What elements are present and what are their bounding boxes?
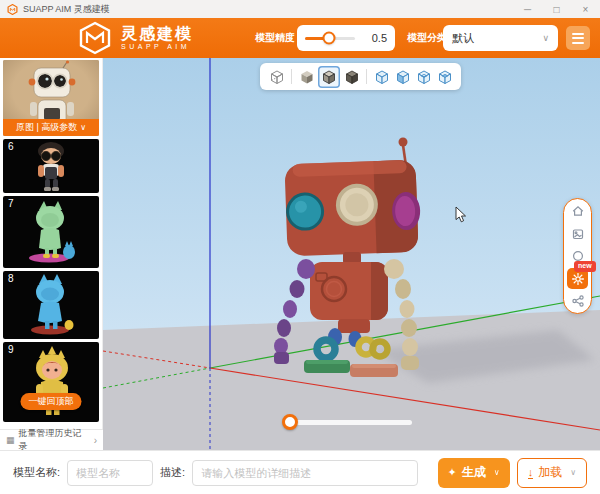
chevron-down-icon: ∨: [542, 33, 549, 43]
close-icon[interactable]: ×: [571, 0, 600, 18]
maximize-icon[interactable]: □: [542, 0, 571, 18]
blue-cat-figure-image: [3, 271, 99, 339]
screenshot-icon[interactable]: [567, 223, 588, 244]
header-toolbar: 灵感建模 SUAPP AIM 模型精度 0.5 模型分类 默认 ∨: [0, 18, 600, 58]
chevron-down-icon: ∨: [80, 123, 86, 132]
precision-value: 0.5: [372, 32, 387, 44]
back-to-top-button[interactable]: 一键回顶部: [21, 393, 82, 410]
window-controls: ─ □ ×: [513, 0, 600, 18]
xray-inner-cube-icon[interactable]: [414, 67, 433, 86]
xray-cube-icon[interactable]: [372, 67, 391, 86]
precision-label: 模型精度: [255, 31, 295, 45]
dino-costume-figure-image: [3, 342, 99, 422]
dark-cube-icon[interactable]: [342, 67, 361, 86]
grid-icon: ▦: [6, 435, 15, 445]
arrow-right-icon: ›: [94, 435, 97, 446]
home-icon[interactable]: [567, 201, 588, 222]
scene-canvas: [103, 58, 600, 450]
sparkle-icon: ✦: [448, 466, 457, 479]
thumbnail-number: 6: [8, 141, 14, 152]
load-button[interactable]: ↓ 加载 ∨: [517, 458, 587, 488]
batch-history-entry[interactable]: ▦ 批量管理历史记录 ›: [0, 429, 103, 450]
brand-logo: 灵感建模 SUAPP AIM: [78, 20, 193, 56]
brand-title: 灵感建模: [121, 25, 193, 42]
thumbnail-number: 9: [8, 344, 14, 355]
thumbnail-number: 7: [8, 198, 14, 209]
toolbar-separator: [291, 69, 292, 84]
view-mode-toolbar: [260, 63, 461, 90]
reference-options-bar[interactable]: 原图 | 高级参数 ∨: [3, 119, 99, 136]
viewport-3d[interactable]: new: [103, 58, 600, 450]
model-name-label: 模型名称:: [13, 465, 60, 480]
boy-figure-image: [3, 139, 99, 193]
app-window: SUAPP AIM 灵感建模 ─ □ × 灵感建模 SUAPP AIM 模型精度…: [0, 0, 600, 494]
slider-track[interactable]: [305, 37, 355, 40]
menu-button[interactable]: [566, 26, 590, 50]
category-value: 默认: [452, 31, 474, 46]
timeline-slider-track[interactable]: [290, 420, 412, 425]
app-logo-icon: [7, 4, 18, 15]
minimize-icon[interactable]: ─: [513, 0, 542, 18]
wireframe-cube-icon[interactable]: [267, 67, 286, 86]
hexagon-logo-icon: [78, 21, 112, 55]
xray-inner-face-cube-icon[interactable]: [435, 67, 454, 86]
shaded-edges-cube-icon[interactable]: [318, 66, 340, 88]
new-feature-badge: new: [574, 261, 596, 272]
description-input[interactable]: [192, 460, 418, 486]
thumbnail-number: 8: [8, 273, 14, 284]
xray-face-cube-icon[interactable]: [393, 67, 412, 86]
bottom-action-bar: 模型名称: 描述: ✦ 生成 ∨ ↓ 加载 ∨: [0, 450, 600, 494]
green-cat-figure-image: [3, 196, 99, 268]
generate-button[interactable]: ✦ 生成 ∨: [438, 458, 510, 488]
description-label: 描述:: [160, 465, 185, 480]
category-label: 模型分类: [407, 31, 447, 45]
brand-subtitle: SUAPP AIM: [121, 42, 193, 51]
history-thumbnail-7[interactable]: 7: [3, 196, 99, 268]
history-sidebar: 原图 | 高级参数 ∨ 6 7: [0, 58, 103, 450]
chevron-down-icon[interactable]: ∨: [494, 468, 500, 477]
chevron-down-icon[interactable]: ∨: [570, 468, 576, 477]
slider-handle[interactable]: [323, 32, 336, 45]
model-name-input[interactable]: [67, 460, 153, 486]
category-dropdown[interactable]: 默认 ∨: [443, 25, 558, 51]
share-icon[interactable]: [567, 291, 588, 312]
shaded-cube-icon[interactable]: [297, 67, 316, 86]
history-thumbnail-6[interactable]: 6: [3, 139, 99, 193]
reference-options-label: 原图 | 高级参数: [16, 121, 77, 134]
download-icon: ↓: [528, 467, 534, 479]
reference-image-thumbnail[interactable]: 原图 | 高级参数 ∨: [3, 60, 99, 136]
history-thumbnail-8[interactable]: 8: [3, 271, 99, 339]
side-tools-toolbar: [563, 198, 592, 314]
timeline-slider-handle[interactable]: [282, 414, 298, 430]
menu-icon: [572, 33, 584, 35]
window-title: SUAPP AIM 灵感建模: [23, 3, 110, 16]
precision-slider[interactable]: 0.5: [297, 25, 395, 51]
history-thumbnail-9[interactable]: 9 一键回顶部: [3, 342, 99, 422]
toolbar-separator: [366, 69, 367, 84]
titlebar: SUAPP AIM 灵感建模 ─ □ ×: [0, 0, 600, 18]
